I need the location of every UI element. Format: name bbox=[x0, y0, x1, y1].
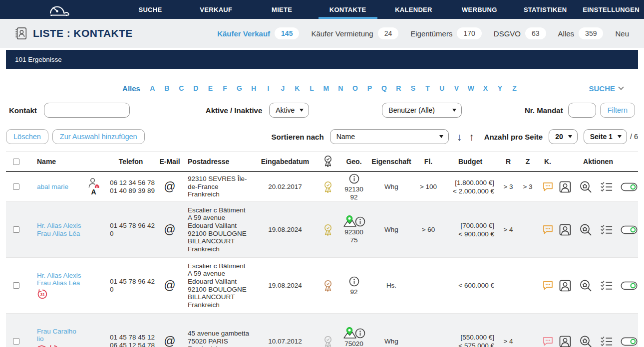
alphabet-letter[interactable]: N bbox=[333, 84, 348, 92]
email-icon[interactable]: @ bbox=[164, 180, 175, 193]
property-search-button[interactable] bbox=[579, 223, 592, 236]
alphabet-all[interactable]: Alles bbox=[122, 84, 140, 93]
filter-chip[interactable]: Käufer Verkauf 145 bbox=[217, 27, 299, 39]
col-budget[interactable]: Budget bbox=[442, 158, 498, 166]
criteria-list-button[interactable] bbox=[600, 224, 613, 236]
property-search-button[interactable] bbox=[579, 180, 592, 193]
nav-item-miete[interactable]: MIETE bbox=[249, 0, 315, 19]
nav-item-einstellungen[interactable]: EINSTELLUNGEN bbox=[578, 0, 644, 19]
search-toggle[interactable]: SUCHE bbox=[589, 84, 623, 93]
mandat-input[interactable] bbox=[568, 103, 596, 118]
select-all-checkbox[interactable] bbox=[13, 159, 19, 165]
alphabet-letter[interactable]: I bbox=[261, 84, 276, 92]
delete-button[interactable]: Löschen bbox=[6, 129, 48, 144]
alphabet-letter[interactable]: Q bbox=[377, 84, 391, 92]
alphabet-letter[interactable]: J bbox=[276, 84, 290, 92]
comment-bubble-icon[interactable] bbox=[542, 181, 554, 192]
nav-item-kontakte[interactable]: KONTAKTE bbox=[315, 0, 381, 19]
alphabet-letter[interactable]: Z bbox=[507, 84, 522, 92]
contact-name-link[interactable]: Hr. Alias Alexis Frau Alias Léa bbox=[37, 222, 104, 237]
filter-chip[interactable]: Neu bbox=[615, 29, 629, 38]
kontakt-input[interactable] bbox=[44, 103, 130, 118]
property-search-button[interactable] bbox=[579, 335, 592, 347]
nav-item-verkauf[interactable]: VERKAUF bbox=[183, 0, 249, 19]
filter-chip[interactable]: Käufer Vermietung 24 bbox=[311, 27, 398, 39]
alphabet-letter[interactable]: P bbox=[362, 84, 377, 92]
active-toggle[interactable] bbox=[621, 280, 638, 291]
col-medal-icon[interactable] bbox=[317, 155, 339, 169]
alphabet-letter[interactable]: H bbox=[247, 84, 261, 92]
alphabet-letter[interactable]: M bbox=[319, 84, 333, 92]
alphabet-letter[interactable]: O bbox=[348, 84, 362, 92]
per-page-select[interactable]: 20 bbox=[549, 129, 578, 144]
col-aktionen[interactable]: Aktionen bbox=[558, 158, 638, 166]
geo-cell[interactable]: 9213092 bbox=[339, 173, 368, 201]
filter-chip[interactable]: Alles 359 bbox=[558, 27, 604, 39]
alphabet-letter[interactable]: D bbox=[189, 84, 203, 92]
add-to-selection-button[interactable]: Zur Auswahl hinzufügen bbox=[52, 129, 145, 144]
alphabet-letter[interactable]: L bbox=[305, 84, 319, 92]
row-checkbox[interactable] bbox=[13, 226, 19, 233]
alphabet-letter[interactable]: S bbox=[406, 84, 420, 92]
nav-item-statistiken[interactable]: STATISTIKEN bbox=[512, 0, 578, 19]
alphabet-letter[interactable]: B bbox=[160, 84, 174, 92]
col-email[interactable]: E-Mail bbox=[156, 158, 184, 166]
col-fl[interactable]: Fl. bbox=[414, 158, 442, 166]
row-checkbox[interactable] bbox=[13, 282, 19, 289]
col-r[interactable]: R bbox=[498, 158, 518, 166]
alphabet-letter[interactable]: V bbox=[449, 84, 464, 92]
alphabet-letter[interactable]: X bbox=[478, 84, 493, 92]
sort-ascending-button[interactable]: ↑ bbox=[469, 132, 474, 142]
geo-cell[interactable]: 92 bbox=[339, 275, 368, 296]
contact-card-button[interactable] bbox=[559, 223, 572, 236]
email-icon[interactable]: @ bbox=[164, 223, 175, 236]
filter-button[interactable]: Filtern bbox=[600, 103, 635, 118]
sort-select[interactable]: Name bbox=[330, 129, 449, 144]
col-eingabedatum[interactable]: Eingabedatum bbox=[254, 158, 317, 166]
app-logo[interactable] bbox=[0, 0, 117, 19]
comment-bubble-icon[interactable] bbox=[542, 280, 554, 291]
contact-name-link[interactable]: Hr. Alias Alexis Frau Alias Léa bbox=[37, 272, 104, 287]
alphabet-letter[interactable]: E bbox=[203, 84, 218, 92]
alphabet-letter[interactable]: U bbox=[435, 84, 449, 92]
active-toggle[interactable] bbox=[621, 224, 638, 235]
nav-item-kalender[interactable]: KALENDER bbox=[381, 0, 447, 19]
col-z[interactable]: Z bbox=[518, 158, 537, 166]
nav-item-werbung[interactable]: WERBUNG bbox=[446, 0, 512, 19]
alphabet-letter[interactable]: T bbox=[420, 84, 435, 92]
email-icon[interactable]: @ bbox=[164, 335, 175, 347]
nav-item-suche[interactable]: SUCHE bbox=[117, 0, 183, 19]
criteria-list-button[interactable] bbox=[600, 336, 613, 347]
email-icon[interactable]: @ bbox=[164, 279, 175, 292]
page-select[interactable]: Seite 1 bbox=[584, 129, 627, 144]
col-name[interactable]: Name bbox=[26, 158, 106, 166]
col-postadresse[interactable]: Postadresse bbox=[184, 158, 254, 166]
contact-card-button[interactable] bbox=[559, 279, 572, 292]
criteria-list-button[interactable] bbox=[600, 280, 613, 292]
contact-card-button[interactable] bbox=[559, 180, 572, 193]
criteria-list-button[interactable] bbox=[600, 181, 613, 193]
row-checkbox[interactable] bbox=[13, 183, 19, 190]
filter-chip[interactable]: DSGVO 63 bbox=[494, 27, 546, 39]
alphabet-letter[interactable]: W bbox=[464, 84, 478, 92]
active-toggle[interactable] bbox=[621, 336, 638, 347]
comment-bubble-icon[interactable] bbox=[542, 224, 554, 235]
benutzer-select[interactable]: Benutzer (Alle) bbox=[382, 103, 462, 118]
alphabet-letter[interactable]: A bbox=[145, 84, 160, 92]
col-eigenschaft[interactable]: Eigenschaft bbox=[368, 158, 414, 166]
alphabet-letter[interactable]: F bbox=[218, 84, 232, 92]
filter-chip[interactable]: Eigentümers 170 bbox=[410, 27, 482, 39]
contact-card-button[interactable] bbox=[559, 335, 572, 347]
contact-name-link[interactable]: abal marie bbox=[37, 183, 85, 191]
aktive-select[interactable]: Aktive bbox=[269, 103, 309, 118]
comment-bubble-icon[interactable] bbox=[542, 336, 554, 347]
sort-descending-button[interactable]: ↓ bbox=[457, 132, 462, 142]
property-search-button[interactable] bbox=[579, 279, 592, 292]
row-checkbox[interactable] bbox=[13, 338, 19, 345]
col-k[interactable]: K. bbox=[537, 158, 558, 166]
col-telefon[interactable]: Telefon bbox=[106, 158, 156, 166]
contact-name-link[interactable]: Frau Caralholio bbox=[37, 328, 104, 343]
alphabet-letter[interactable]: C bbox=[174, 84, 189, 92]
col-geo[interactable]: Geo. bbox=[339, 158, 368, 166]
geo-cell[interactable]: 7502075012 bbox=[339, 327, 368, 347]
